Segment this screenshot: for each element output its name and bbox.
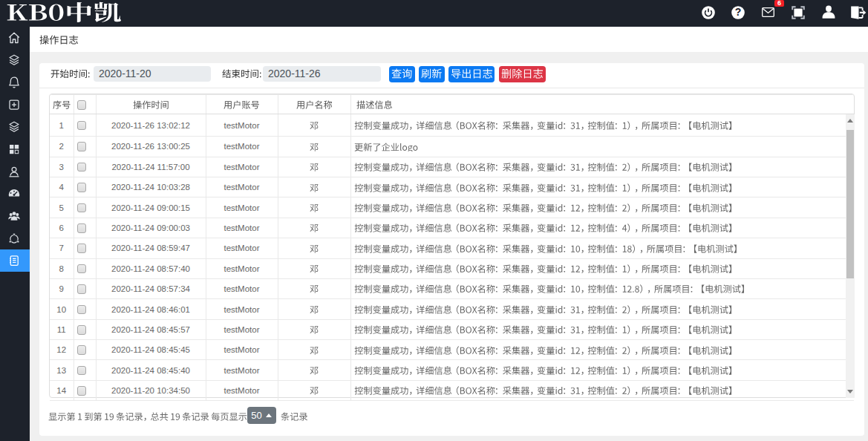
- svg-text:?: ?: [734, 6, 741, 18]
